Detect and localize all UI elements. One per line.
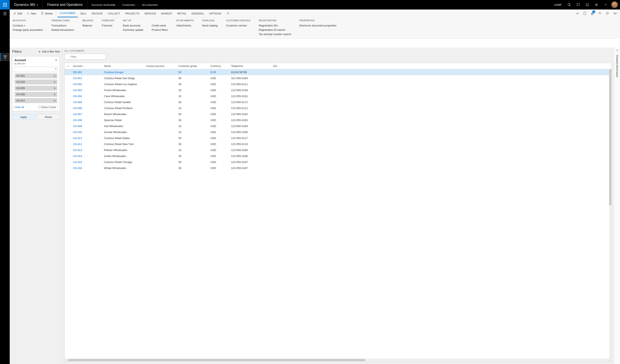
chat-icon xyxy=(576,3,580,7)
chevron-right-icon: › xyxy=(118,3,119,6)
svg-point-9 xyxy=(586,3,589,6)
svg-rect-0 xyxy=(3,3,4,4)
chevron-down-icon: ▾ xyxy=(37,4,38,6)
company-code[interactable]: USMF xyxy=(551,3,565,6)
brand-dropdown[interactable]: Dynamics 365 ▾ xyxy=(10,0,43,10)
svg-point-11 xyxy=(588,4,588,5)
brand-label: Dynamics 365 xyxy=(14,3,35,7)
waffle-icon xyxy=(3,3,7,7)
module-label: Finance and Operations xyxy=(43,0,87,10)
breadcrumb: Accounts receivable › Customers › All cu… xyxy=(87,3,158,6)
breadcrumb-item[interactable]: Customers xyxy=(122,3,135,6)
svg-rect-1 xyxy=(4,3,5,4)
smiley-icon xyxy=(586,3,589,7)
help-button[interactable]: ? xyxy=(601,0,610,10)
settings-button[interactable] xyxy=(592,0,601,10)
search-button[interactable] xyxy=(565,0,574,10)
topbar: Dynamics 365 ▾ Finance and Operations Ac… xyxy=(0,0,620,10)
breadcrumb-item[interactable]: Accounts receivable xyxy=(91,3,115,6)
avatar[interactable] xyxy=(611,1,618,8)
search-icon xyxy=(567,3,571,7)
messages-button[interactable] xyxy=(574,0,583,10)
feedback-button[interactable] xyxy=(583,0,592,10)
chevron-right-icon: › xyxy=(138,3,139,6)
svg-rect-5 xyxy=(6,4,7,5)
svg-rect-3 xyxy=(3,4,4,5)
svg-rect-8 xyxy=(6,6,7,7)
svg-rect-4 xyxy=(4,4,5,5)
svg-rect-2 xyxy=(6,3,7,4)
breadcrumb-item[interactable]: All customers xyxy=(142,3,158,6)
help-icon: ? xyxy=(604,3,607,7)
svg-text:?: ? xyxy=(605,3,606,6)
svg-point-10 xyxy=(587,4,587,5)
gear-icon xyxy=(595,3,598,7)
app-launcher[interactable] xyxy=(0,0,10,10)
svg-rect-6 xyxy=(3,6,4,7)
svg-rect-7 xyxy=(4,6,5,7)
